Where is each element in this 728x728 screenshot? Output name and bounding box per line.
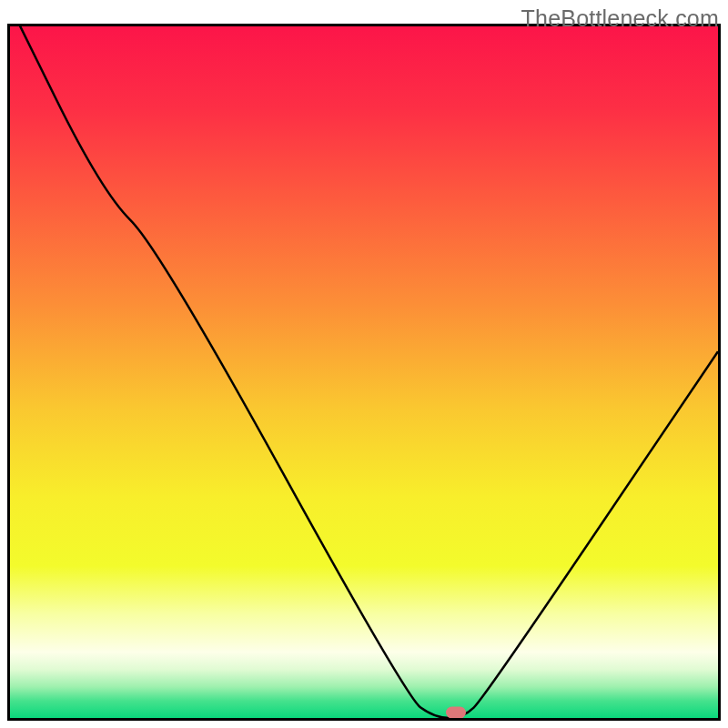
optimum-marker bbox=[446, 706, 466, 718]
chart-frame: TheBottleneck.com bbox=[0, 0, 728, 728]
bottleneck-curve bbox=[10, 26, 718, 718]
watermark-text: TheBottleneck.com bbox=[521, 5, 719, 32]
plot-area bbox=[7, 24, 721, 721]
